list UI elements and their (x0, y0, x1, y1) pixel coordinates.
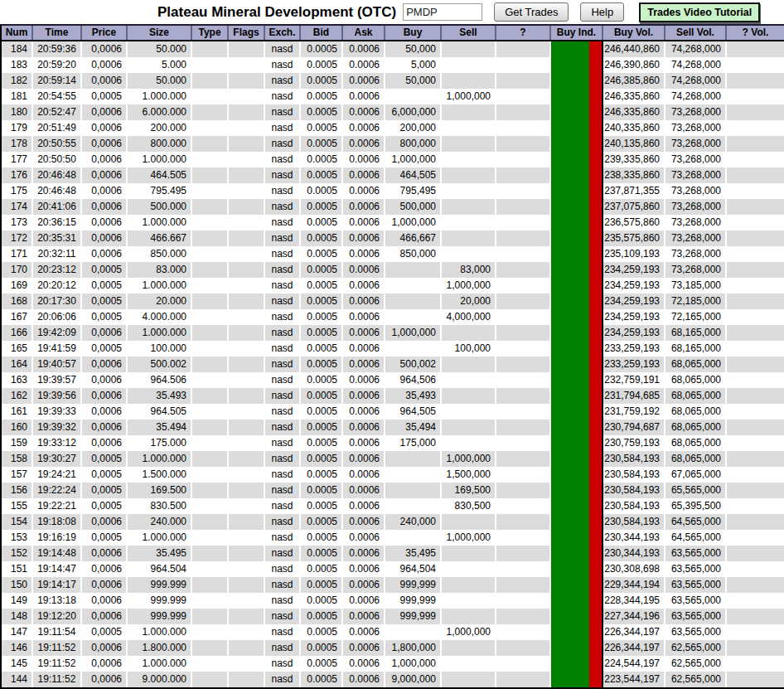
cell-exch: nasd (265, 640, 299, 656)
cell-price: 0,0006 (82, 561, 126, 577)
cell-ask: 0.0006 (343, 325, 384, 341)
cell-buy-vol: 230,308,698 (603, 561, 664, 577)
column-header-bid: Bid (301, 26, 341, 40)
cell-buy-vol: 232,759,191 (603, 372, 664, 388)
cell-price: 0,0005 (82, 530, 126, 546)
cell-bid: 0.0005 (301, 672, 341, 687)
cell-price: 0,0006 (82, 325, 126, 341)
cell-flags (229, 624, 264, 640)
cell-ask: 0.0006 (343, 404, 384, 420)
cell-type (192, 372, 227, 388)
cell-exch: nasd (265, 530, 299, 546)
cell-bid: 0.0005 (301, 136, 341, 152)
help-button[interactable]: Help (580, 2, 624, 22)
cell-type (192, 152, 227, 167)
cell-size: 999.999 (128, 577, 191, 593)
cell-unknown-vol (727, 357, 784, 372)
cell-type (192, 577, 227, 593)
cell-buy-vol: 246,390,860 (603, 57, 664, 73)
cell-type (192, 624, 227, 640)
cell-buy-ind (551, 262, 602, 278)
cell-buy-vol: 230,344,193 (603, 546, 664, 561)
cell-buy-ind (551, 640, 602, 656)
cell-unknown (496, 309, 549, 325)
cell-sell (442, 104, 495, 120)
cell-size: 964.505 (128, 404, 191, 420)
cell-flags (229, 309, 264, 325)
cell-bid: 0.0005 (301, 561, 341, 577)
cell-num: 157 (2, 467, 31, 483)
cell-buy-vol: 231,759,192 (603, 404, 664, 420)
trades-video-tutorial-button[interactable]: Trades Video Tutorial (639, 2, 760, 22)
cell-type (192, 593, 227, 609)
cell-flags (229, 120, 264, 136)
cell-sell (442, 215, 495, 230)
cell-buy: 5,000 (385, 57, 440, 73)
cell-exch: nasd (265, 546, 299, 561)
cell-price: 0,0006 (82, 372, 126, 388)
table-row: 15919:33:120,0006175.000nasd0.00050.0006… (2, 435, 784, 451)
cell-flags (229, 152, 264, 167)
cell-type (192, 215, 227, 230)
cell-sell-vol: 65,565,000 (665, 483, 725, 498)
cell-unknown (496, 230, 549, 246)
cell-unknown-vol (727, 404, 784, 420)
cell-buy-ind (551, 136, 602, 152)
cell-buy-ind (551, 609, 602, 624)
cell-buy-vol: 239,335,860 (603, 152, 664, 167)
cell-sell (442, 561, 495, 577)
cell-sell: 20,000 (442, 294, 495, 309)
cell-buy-vol: 237,075,860 (603, 199, 664, 215)
cell-num: 160 (2, 420, 31, 435)
cell-unknown-vol (727, 262, 784, 278)
cell-ask: 0.0006 (343, 357, 384, 372)
cell-exch: nasd (265, 325, 299, 341)
cell-flags (229, 183, 264, 199)
column-header-flags: Flags (229, 26, 264, 40)
table-row: 14819:12:200,0006999.999nasd0.00050.0006… (2, 609, 784, 624)
cell-sell-vol: 73,268,000 (665, 167, 725, 183)
cell-price: 0,0005 (82, 624, 126, 640)
cell-bid: 0.0005 (301, 577, 341, 593)
cell-flags (229, 593, 264, 609)
cell-type (192, 420, 227, 435)
cell-exch: nasd (265, 498, 299, 514)
cell-price: 0,0006 (82, 152, 126, 167)
cell-sell (442, 656, 495, 672)
column-header-ask: Ask (343, 26, 384, 40)
cell-unknown-vol (727, 215, 784, 230)
table-row: 16519:41:590,0005100.000nasd0.00050.0006… (2, 341, 784, 357)
cell-unknown-vol (727, 640, 784, 656)
cell-sell-vol: 68,065,000 (665, 404, 725, 420)
cell-bid: 0.0005 (301, 498, 341, 514)
cell-exch: nasd (265, 152, 299, 167)
cell-num: 154 (2, 514, 31, 530)
cell-buy-vol: 231,794,685 (603, 388, 664, 404)
cell-num: 179 (2, 120, 31, 136)
cell-sell-vol: 73,268,000 (665, 152, 725, 167)
cell-price: 0,0006 (82, 215, 126, 230)
cell-ask: 0.0006 (343, 152, 384, 167)
cell-buy (385, 294, 440, 309)
cell-price: 0,0006 (82, 246, 126, 262)
column-header-unknown-vol: ? Vol. (727, 26, 784, 40)
table-row: 17320:36:150,00061.000.000nasd0.00050.00… (2, 215, 784, 230)
get-trades-button[interactable]: Get Trades (494, 2, 569, 22)
cell-sell-vol: 73,268,000 (665, 136, 725, 152)
cell-sell-vol: 68,165,000 (665, 341, 725, 357)
cell-buy (385, 483, 440, 498)
cell-price: 0,0006 (82, 593, 126, 609)
cell-buy-vol: 236,575,860 (603, 215, 664, 230)
toolbar: Plateau Mineral Development (OTC) Get Tr… (0, 0, 784, 24)
cell-buy-ind (551, 656, 602, 672)
cell-buy-ind (551, 325, 602, 341)
ticker-input[interactable] (403, 3, 482, 21)
cell-sell-vol: 73,268,000 (665, 199, 725, 215)
cell-price: 0,0006 (82, 577, 126, 593)
cell-buy-ind (551, 357, 602, 372)
cell-sell (442, 357, 495, 372)
cell-exch: nasd (265, 309, 299, 325)
cell-unknown-vol (727, 136, 784, 152)
cell-buy-ind (551, 624, 602, 640)
cell-num: 150 (2, 577, 31, 593)
